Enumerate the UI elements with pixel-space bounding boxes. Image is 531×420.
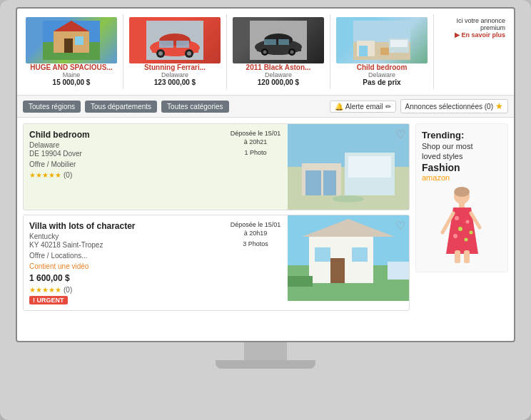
premium-link[interactable]: ▶ En savoir plus — [455, 31, 505, 39]
svg-rect-24 — [264, 39, 276, 45]
divider-3 — [330, 14, 330, 89]
trending-title: Trending: — [422, 130, 502, 140]
featured-item-4[interactable]: Child bedroom Delaware Pas de prix — [333, 14, 430, 89]
amazon-logo: amazon — [422, 173, 502, 182]
featured-item-1[interactable]: HUGE AND SPACIOUS... Maine 15 000,00 $ — [23, 14, 120, 89]
listing-title-2: Villa with lots of character — [29, 221, 218, 231]
svg-point-59 — [464, 238, 467, 242]
fashion-text: Fashion — [422, 162, 502, 173]
selected-annonces-btn[interactable]: Annonces sélectionnées (0) ★ — [400, 99, 508, 113]
listing-right-1: ♡ — [288, 124, 409, 210]
listing-video-link-2[interactable]: Contient une vidéo — [29, 262, 218, 270]
listing-thumb-2 — [288, 215, 409, 301]
premium-text: Ici votre annonce premium — [440, 17, 505, 31]
svg-point-40 — [333, 195, 364, 203]
svg-rect-39 — [323, 170, 336, 195]
featured-img-1 — [26, 17, 117, 63]
favorite-btn-2[interactable]: ♡ — [395, 219, 405, 232]
screen: HUGE AND SPACIOUS... Maine 15 000,00 $ — [16, 7, 515, 342]
svg-point-58 — [453, 234, 457, 238]
listings: Child bedroom Delaware DE 19904 Dover Of… — [23, 123, 410, 311]
svg-rect-49 — [288, 276, 313, 287]
divider-1 — [123, 14, 123, 89]
filter-bar: Toutes régions Tous départements Toutes … — [17, 96, 514, 118]
listing-date-1: Déposée le 15/01 à 20h21 1 Photo — [223, 124, 288, 210]
svg-rect-32 — [380, 48, 389, 55]
selected-label: Annonces sélectionnées (0) — [405, 103, 493, 111]
listing-address-1: DE 19904 Dover — [29, 150, 218, 158]
svg-point-23 — [290, 51, 294, 54]
featured-img-2 — [129, 17, 221, 63]
svg-point-22 — [263, 51, 267, 54]
listing-right-2: ♡ — [288, 215, 409, 310]
featured-price-2: 123 000,00 $ — [129, 78, 221, 86]
stars-count-1: (0) — [64, 171, 72, 179]
svg-rect-5 — [75, 36, 84, 45]
listing-category-1: Offre / Mobilier — [29, 160, 218, 168]
featured-price-4: Pas de prix — [336, 78, 428, 86]
filter-categories-btn[interactable]: Toutes catégories — [161, 101, 228, 113]
filter-departments-btn[interactable]: Tous départements — [85, 101, 157, 113]
screen-content: HUGE AND SPACIOUS... Maine 15 000,00 $ — [17, 9, 514, 341]
svg-rect-25 — [278, 39, 289, 45]
listing-date-2: Déposée le 15/01 à 20h19 3 Photos — [223, 215, 288, 310]
featured-item-2[interactable]: Stunning Ferrari... Delaware 123 000,00 … — [126, 14, 223, 89]
svg-point-12 — [158, 51, 163, 56]
featured-price-1: 15 000,00 $ — [26, 78, 117, 86]
svg-rect-36 — [348, 156, 391, 178]
urgent-badge-2: ! URGENT — [29, 296, 68, 304]
svg-rect-14 — [159, 41, 173, 48]
svg-rect-31 — [390, 40, 408, 47]
bell-icon: 🔔 — [335, 103, 343, 111]
filter-regions-btn[interactable]: Toutes régions — [23, 101, 81, 113]
monitor: HUGE AND SPACIOUS... Maine 15 000,00 $ — [0, 0, 531, 420]
listing-address-2: KY 40218 Saint-Tropez — [29, 241, 218, 249]
listing-location-2: Kentucky — [29, 232, 218, 240]
svg-rect-62 — [455, 250, 460, 263]
listing-card-1[interactable]: Child bedroom Delaware DE 19904 Dover Of… — [23, 123, 410, 210]
featured-location-2: Delaware — [129, 71, 221, 78]
edit-icon: ✏ — [385, 103, 391, 111]
sidebar-ad: Trending: Shop our most loved styles Fas… — [415, 123, 508, 272]
listing-thumb-1 — [288, 124, 409, 210]
listing-time-label-2: à 20h19 — [244, 230, 268, 238]
listing-date-label-1: Déposée le 15/01 — [231, 130, 281, 138]
featured-img-3 — [233, 17, 324, 63]
listing-photos-2: 3 Photos — [243, 240, 268, 247]
listing-time-label-1: à 20h21 — [244, 138, 268, 147]
svg-rect-15 — [176, 41, 189, 48]
stars-1: ★★★★★ — [29, 171, 61, 179]
svg-point-57 — [469, 231, 472, 235]
stars-2: ★★★★★ — [29, 286, 61, 294]
featured-price-3: 120 000,00 $ — [233, 78, 324, 86]
listing-photos-1: 1 Photo — [244, 149, 266, 156]
featured-row: HUGE AND SPACIOUS... Maine 15 000,00 $ — [17, 9, 514, 96]
listing-card-2[interactable]: Villa with lots of character Kentucky KY… — [23, 215, 410, 311]
svg-rect-29 — [359, 46, 368, 56]
listing-info-1: Child bedroom Delaware DE 19904 Dover Of… — [24, 124, 223, 210]
listing-date-label-2: Déposée le 15/01 — [231, 221, 281, 230]
star-icon: ★ — [495, 101, 503, 111]
svg-point-13 — [187, 51, 191, 56]
svg-rect-47 — [352, 247, 368, 262]
divider-2 — [226, 14, 227, 89]
main-area: Child bedroom Delaware DE 19904 Dover Of… — [17, 118, 514, 317]
svg-rect-4 — [64, 39, 73, 53]
alert-email-label: Alerte email — [345, 103, 383, 111]
listing-price-2: 1 600,00 $ — [29, 273, 218, 283]
featured-title-4: Child bedroom — [336, 63, 428, 71]
svg-point-55 — [465, 220, 469, 224]
svg-rect-48 — [388, 262, 409, 280]
svg-rect-38 — [305, 170, 321, 195]
featured-location-3: Delaware — [233, 71, 324, 78]
alert-email-btn[interactable]: 🔔 Alerte email ✏ — [330, 101, 396, 113]
svg-point-54 — [455, 216, 459, 220]
svg-rect-52 — [459, 203, 465, 208]
favorite-btn-1[interactable]: ♡ — [395, 128, 405, 141]
svg-point-56 — [458, 227, 462, 231]
trending-loved: loved styles — [422, 152, 502, 160]
stars-count-2: (0) — [64, 286, 72, 294]
premium-col: Ici votre annonce premium ▶ En savoir pl… — [437, 14, 508, 41]
featured-item-3[interactable]: 2011 Black Aston... Delaware 120 000,00 … — [230, 14, 327, 89]
svg-rect-63 — [464, 250, 470, 263]
